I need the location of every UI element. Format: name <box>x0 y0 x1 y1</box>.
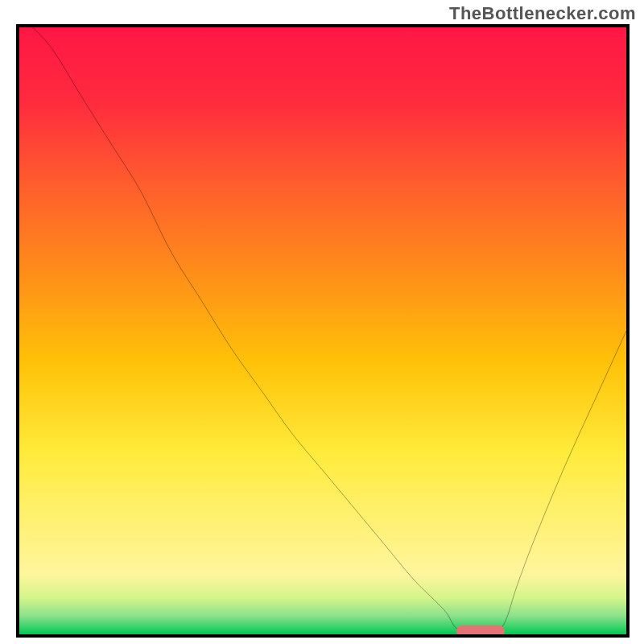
attribution-text: TheBottlenecker.com <box>449 3 636 24</box>
plot-frame <box>16 24 630 638</box>
highlight-marker <box>456 625 505 637</box>
chart-container: TheBottlenecker.com <box>0 0 644 644</box>
gradient-background <box>19 27 626 634</box>
plot-area <box>19 27 626 634</box>
plot-svg <box>19 27 626 634</box>
